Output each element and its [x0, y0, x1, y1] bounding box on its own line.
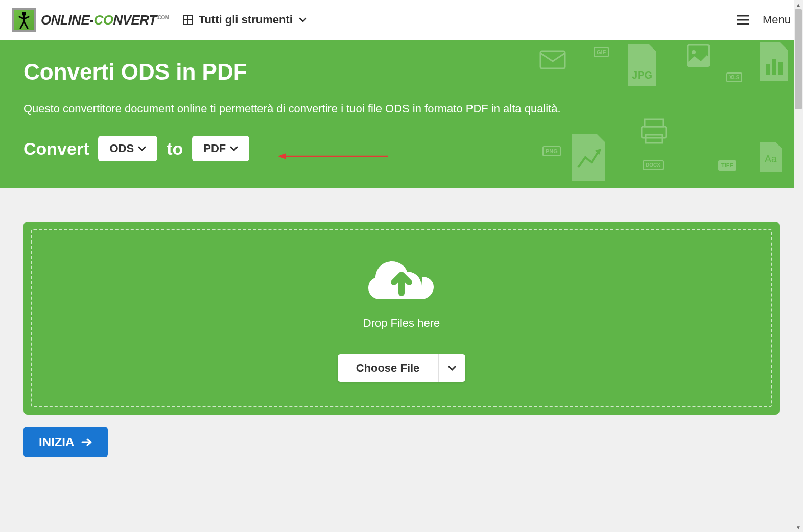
all-tools-dropdown[interactable]: Tutti gli strumenti — [183, 13, 307, 27]
scroll-down-icon[interactable]: ▼ — [794, 523, 803, 532]
page-title: Converti ODS in PDF — [23, 59, 780, 85]
scroll-up-icon[interactable]: ▲ — [794, 0, 803, 9]
logo-text: ONLINE-CONVERT.COM — [41, 12, 169, 28]
page-description: Questo convertitore document online ti p… — [23, 102, 780, 115]
logo[interactable]: ONLINE-CONVERT.COM — [12, 8, 169, 32]
all-tools-label: Tutti gli strumenti — [199, 13, 293, 27]
gif-badge-icon: GIF — [594, 47, 609, 57]
drop-text: Drop Files here — [363, 317, 440, 330]
convert-row: Convert ODS to PDF — [23, 136, 780, 161]
menu-label: Menu — [763, 13, 791, 27]
logo-figure-icon — [16, 11, 32, 29]
from-format-dropdown[interactable]: ODS — [98, 136, 157, 161]
to-format-value: PDF — [203, 142, 226, 155]
start-label: INIZIA — [39, 435, 74, 449]
chevron-down-icon — [448, 366, 456, 371]
arrow-right-icon — [81, 438, 92, 446]
chevron-down-icon — [138, 146, 146, 151]
choose-file-group: Choose File — [338, 354, 466, 382]
logo-icon — [12, 8, 36, 32]
svg-rect-14 — [645, 119, 663, 127]
convert-label: Convert — [23, 139, 89, 159]
hero-section: GIF JPG XLS PNG DOCX TIFF Aa Converti OD… — [0, 40, 803, 188]
chevron-down-icon — [230, 146, 238, 151]
svg-point-10 — [692, 50, 696, 54]
grid-icon — [183, 15, 193, 25]
menu-button[interactable]: Menu — [737, 13, 791, 27]
to-format-dropdown[interactable]: PDF — [192, 136, 249, 161]
hamburger-icon — [737, 15, 749, 25]
header-left: ONLINE-CONVERT.COM Tutti gli strumenti — [12, 8, 307, 32]
from-format-value: ODS — [109, 142, 134, 155]
scrollbar[interactable]: ▲ ▼ — [794, 0, 803, 532]
chevron-down-icon — [299, 17, 307, 22]
tiff-badge-icon: TIFF — [718, 160, 736, 171]
docx-badge-icon: DOCX — [643, 160, 664, 170]
content-area: Drop Files here Choose File INIZIA — [0, 188, 803, 457]
choose-file-button[interactable]: Choose File — [338, 354, 438, 382]
start-button[interactable]: INIZIA — [23, 427, 108, 457]
to-label: to — [167, 139, 183, 159]
choose-file-dropdown[interactable] — [438, 354, 465, 382]
upload-dropzone[interactable]: Drop Files here Choose File — [31, 229, 772, 407]
cloud-upload-icon — [368, 254, 435, 307]
header: ONLINE-CONVERT.COM Tutti gli strumenti M… — [0, 0, 803, 40]
scroll-thumb[interactable] — [795, 9, 802, 109]
upload-box: Drop Files here Choose File — [23, 222, 780, 415]
